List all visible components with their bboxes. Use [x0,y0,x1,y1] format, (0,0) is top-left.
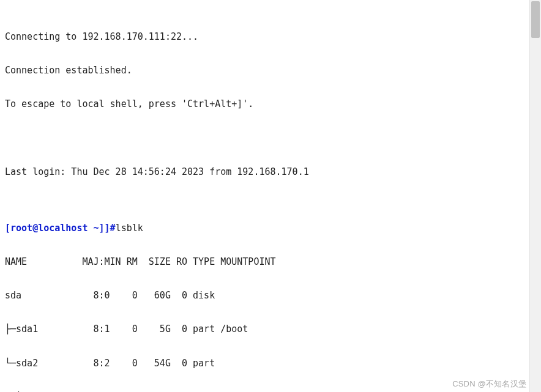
lsblk-header: NAME MAJ:MIN RM SIZE RO TYPE MOUNTPOINT [5,256,526,267]
lsblk-row: ├─sda1 8:1 0 5G 0 part /boot [5,324,526,335]
blank-line [5,132,526,143]
connect-line: Connecting to 192.168.170.111:22... [5,31,526,42]
lsblk-row: └─sda2 8:2 0 54G 0 part [5,358,526,369]
scrollbar-track[interactable] [529,0,541,392]
scrollbar-thumb[interactable] [531,1,540,38]
command-text: lsblk [116,223,143,234]
established-line: Connection established. [5,65,526,76]
watermark-text: CSDN @不知名汉堡 [452,379,526,390]
lsblk-row: sda 8:0 0 60G 0 disk [5,290,526,301]
escape-hint-line: To escape to local shell, press 'Ctrl+Al… [5,98,526,109]
prompt-line: [root@localhost ~]]#lsblk [5,223,526,234]
last-login-line: Last login: Thu Dec 28 14:56:24 2023 fro… [5,166,526,177]
terminal-output: Connecting to 192.168.170.111:22... Conn… [0,0,526,392]
terminal-viewport[interactable]: Connecting to 192.168.170.111:22... Conn… [0,0,526,392]
